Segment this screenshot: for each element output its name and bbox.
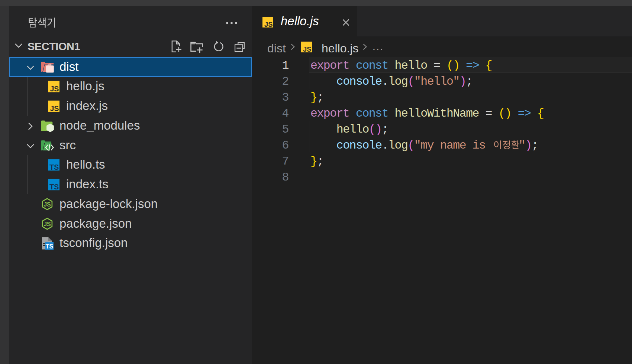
svg-text:TS: TS	[49, 163, 59, 171]
svg-text:JS: JS	[43, 201, 51, 207]
svg-text:JS: JS	[43, 221, 51, 227]
svg-text:TS: TS	[45, 243, 53, 250]
svg-text:JS: JS	[303, 45, 311, 52]
svg-text:JS: JS	[50, 85, 59, 92]
svg-text:JS: JS	[264, 20, 273, 27]
svg-text:JS: JS	[50, 104, 59, 112]
svg-text:TS: TS	[49, 183, 59, 190]
